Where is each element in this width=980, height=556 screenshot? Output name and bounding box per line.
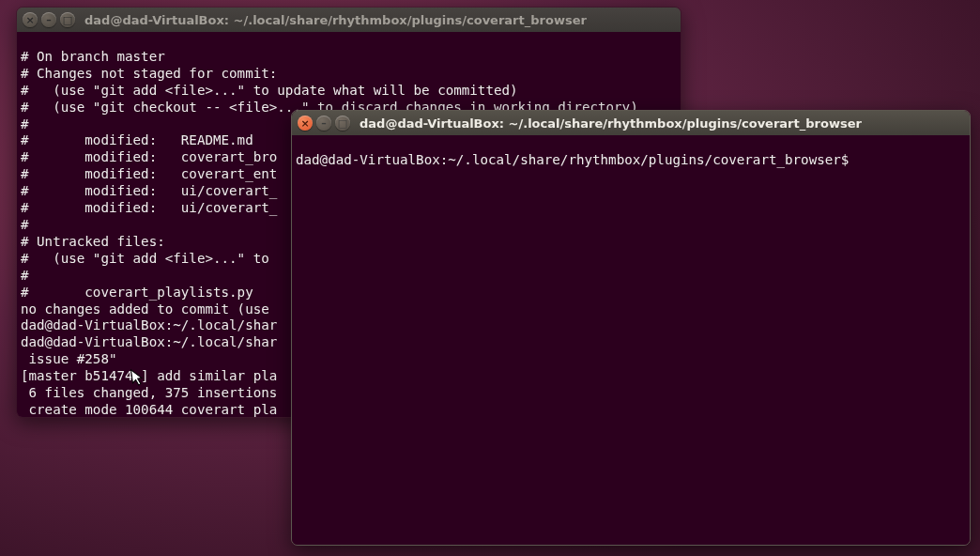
output-line: # Changes not staged for commit:	[21, 66, 277, 81]
output-line: no changes added to commit (use	[21, 301, 277, 317]
output-line: dad@dad-VirtualBox:~/.local/shar	[21, 334, 277, 349]
output-line: 6 files changed, 375 insertions	[21, 385, 277, 400]
output-line: # (use "git add <file>..." to	[21, 251, 277, 266]
output-line: # coverart_playlists.py	[21, 285, 253, 300]
titlebar-front[interactable]: × – □ dad@dad-VirtualBox: ~/.local/share…	[292, 111, 970, 135]
close-icon[interactable]: ×	[298, 116, 313, 131]
output-line: create mode 100644 coverart_pla	[21, 402, 277, 417]
window-title: dad@dad-VirtualBox: ~/.local/share/rhyth…	[84, 13, 587, 27]
output-line: # modified: coverart_ent	[21, 166, 277, 181]
output-line: [master b51474 ] add similar pla	[21, 368, 277, 383]
maximize-icon[interactable]: □	[335, 116, 350, 131]
minimize-icon[interactable]: –	[41, 12, 56, 27]
maximize-icon[interactable]: □	[60, 12, 75, 27]
output-line: # modified: README.md	[21, 132, 253, 147]
output-line: # (use "git add <file>..." to update wha…	[21, 83, 518, 98]
output-line: issue #258"	[21, 351, 117, 366]
output-line: # modified: ui/coverart_	[21, 200, 277, 215]
output-line: #	[21, 116, 29, 131]
window-title: dad@dad-VirtualBox: ~/.local/share/rhyth…	[360, 116, 862, 131]
output-line: # modified: ui/coverart_	[21, 183, 277, 198]
close-icon[interactable]: ×	[23, 12, 38, 27]
output-line: #	[21, 268, 29, 283]
output-line: dad@dad-VirtualBox:~/.local/shar	[21, 317, 277, 332]
output-line: # On branch master	[21, 49, 165, 64]
terminal-output-front[interactable]: dad@dad-VirtualBox:~/.local/share/rhythm…	[292, 135, 970, 545]
titlebar-back[interactable]: × – □ dad@dad-VirtualBox: ~/.local/share…	[17, 8, 681, 32]
output-line: # Untracked files:	[21, 234, 165, 249]
terminal-window-front[interactable]: × – □ dad@dad-VirtualBox: ~/.local/share…	[291, 110, 971, 546]
minimize-icon[interactable]: –	[316, 116, 331, 131]
terminal-prompt: dad@dad-VirtualBox:~/.local/share/rhythm…	[296, 152, 857, 167]
output-line: #	[21, 217, 29, 232]
output-line: # modified: coverart_bro	[21, 149, 277, 164]
